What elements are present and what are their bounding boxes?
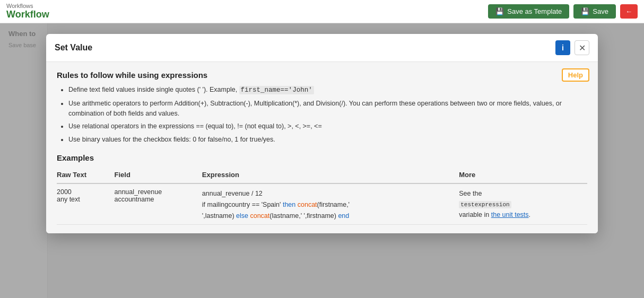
expr-condition: mailingcountry == 'Spain' [207,201,283,208]
expr-concat2: concat [250,212,269,220]
rule-item: Use binary values for the checkbox field… [68,135,587,145]
set-value-modal: Set Value i ✕ Help Rules to follow while… [46,34,598,233]
expr-concat1-args: (firstname,' [317,201,350,208]
top-bar: Workflows Workflow 💾 Save as Template 💾 … [0,0,644,23]
rule-item: Define text field values inside single q… [68,85,587,95]
save-icon: 💾 [581,7,589,15]
rule-item: Use arithmetic operators to perform Addi… [68,99,587,119]
raw-text-cell: 2000any text [57,183,115,224]
close-button[interactable]: ✕ [575,40,589,55]
rules-list: Define text field values inside single q… [57,85,587,145]
breadcrumb: Workflows [6,3,49,9]
modal-title: Set Value [55,43,92,52]
rules-title: Rules to follow while using expressions [57,71,587,80]
more-text1: See the [459,190,482,197]
expr-concat2-args: (lastname,' ',firstname) [269,212,338,220]
expr-if: if [202,201,205,208]
col-field: Field [115,168,202,183]
modal-header: Set Value i ✕ [46,34,598,62]
main-content: When to Save base Set Value i ✕ Help Rul… [0,23,644,298]
col-raw-text: Raw Text [57,168,115,183]
modal-overlay: Set Value i ✕ Help Rules to follow while… [0,23,644,298]
expression-cell: annual_revenue / 12 if mailingcountry ==… [202,183,459,224]
expr-else: else [236,212,250,220]
modal-body: Help Rules to follow while using express… [46,62,598,233]
examples-title: Examples [57,153,587,162]
save-button[interactable]: 💾 Save [573,4,616,19]
info-button[interactable]: i [555,40,570,55]
workflow-title: Workflow [6,9,49,20]
back-icon: ← [625,7,632,15]
col-expression: Expression [202,168,459,183]
top-bar-actions: 💾 Save as Template 💾 Save ← [488,4,638,19]
more-period: . [529,211,530,218]
more-text2: variable in [459,211,491,218]
help-button[interactable]: Help [562,68,589,82]
save-as-template-button[interactable]: 💾 Save as Template [488,4,569,19]
field-cell: annual_revenueaccountname [115,183,202,224]
save-template-icon: 💾 [495,7,504,15]
more-code: testexpression [459,201,511,208]
rule-item: Use relational operators in the expressi… [68,121,587,132]
expr-then: then [283,201,298,208]
top-bar-left: Workflows Workflow [6,3,49,20]
back-button[interactable]: ← [620,4,638,19]
expr-end: end [338,212,349,220]
expr-concat1: concat [298,201,317,208]
expr-concat1-args2: ',lastname) [202,212,236,220]
more-cell: See the testexpression variable in the u… [459,183,587,224]
table-row: 2000any text annual_revenueaccountname a… [57,183,587,224]
examples-table: Raw Text Field Expression More 2000any t… [57,168,587,225]
modal-header-icons: i ✕ [555,40,589,55]
unit-tests-link[interactable]: the unit tests [491,211,529,218]
col-more: More [459,168,587,183]
